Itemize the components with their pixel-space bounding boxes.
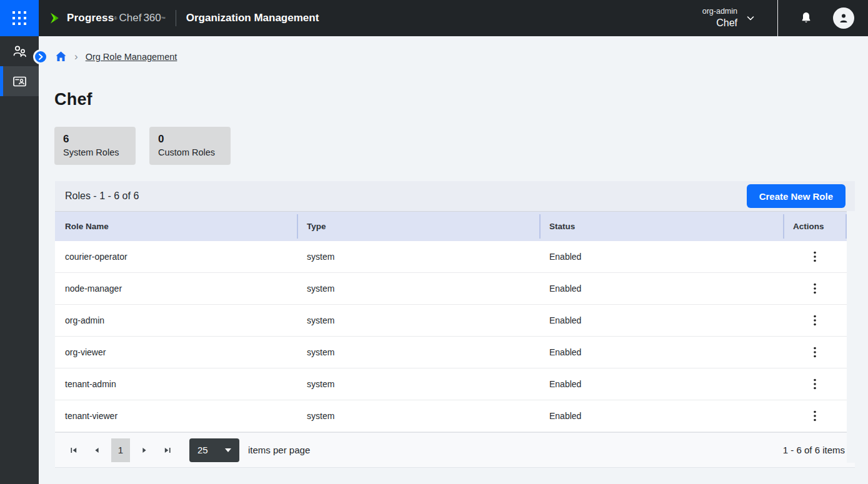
- caret-down-icon: [225, 448, 231, 452]
- roles-table: Role Name Type Status Actions courier-op…: [55, 211, 847, 432]
- kebab-menu-icon: [813, 347, 817, 358]
- table-row: org-viewersystemEnabled: [55, 337, 847, 368]
- cell-type: system: [297, 337, 539, 368]
- cell-type: system: [297, 368, 539, 400]
- kebab-menu-icon: [813, 410, 817, 422]
- sidebar-item-org-roles[interactable]: [0, 66, 39, 96]
- progress-logo-icon: [47, 11, 62, 26]
- user-avatar-button[interactable]: [833, 7, 854, 29]
- cell-type: system: [297, 241, 539, 272]
- last-page-icon: [164, 447, 171, 454]
- row-actions-button[interactable]: [808, 312, 822, 328]
- row-actions-button[interactable]: [808, 344, 822, 360]
- cell-actions: [783, 305, 847, 336]
- top-header-bar: Progress®Chef360™ Organization Managemen…: [0, 0, 868, 36]
- table-row: org-adminsystemEnabled: [55, 305, 847, 337]
- cell-status: Enabled: [539, 273, 783, 304]
- brand-title-divider: [176, 10, 176, 26]
- breadcrumb-home-button[interactable]: [55, 51, 67, 62]
- kebab-menu-icon: [813, 251, 817, 262]
- cell-role-name: node-manager: [55, 273, 297, 304]
- table-row: courier-operatorsystemEnabled: [55, 241, 847, 273]
- previous-page-button[interactable]: [88, 439, 106, 462]
- kebab-menu-icon: [813, 315, 817, 326]
- avatar-person-icon: [837, 12, 850, 24]
- home-icon: [55, 51, 67, 62]
- header-right-controls: org-admin Chef: [702, 0, 868, 36]
- column-header-actions: Actions: [783, 212, 847, 241]
- left-sidebar: [0, 36, 39, 484]
- brand-reg-mark: ®: [114, 16, 117, 21]
- row-actions-button[interactable]: [808, 280, 822, 297]
- cell-actions: [783, 337, 847, 368]
- custom-roles-card: 0 Custom Roles: [149, 127, 231, 165]
- system-roles-card: 6 System Roles: [54, 127, 136, 165]
- notifications-button[interactable]: [799, 11, 814, 26]
- cell-status: Enabled: [539, 241, 783, 272]
- users-icon: [11, 43, 28, 60]
- cell-role-name: tenant-viewer: [55, 400, 297, 432]
- cell-status: Enabled: [539, 400, 783, 432]
- cell-actions: [783, 273, 847, 304]
- breadcrumb-separator: ›: [74, 51, 78, 62]
- sidebar-item-users[interactable]: [0, 36, 39, 66]
- row-actions-button[interactable]: [808, 376, 822, 392]
- brand-tm-mark: ™: [161, 16, 166, 21]
- cell-role-name: org-viewer: [55, 337, 297, 368]
- brand-360-text: 360: [143, 12, 161, 24]
- next-page-button[interactable]: [136, 439, 153, 462]
- roles-panel-title: Roles - 1 - 6 of 6: [65, 190, 139, 202]
- user-org-menu[interactable]: org-admin Chef: [702, 7, 756, 29]
- items-per-page-label: items per page: [248, 445, 310, 455]
- first-page-icon: [70, 447, 77, 454]
- chevron-down-icon: [746, 13, 756, 23]
- cell-role-name: tenant-admin: [55, 368, 297, 400]
- table-header-row: Role Name Type Status Actions: [55, 211, 847, 241]
- pagination-range-label: 1 - 6 of 6 items: [783, 445, 845, 455]
- table-body: courier-operatorsystemEnablednode-manage…: [55, 241, 847, 432]
- column-header-status: Status: [539, 212, 783, 241]
- cell-actions: [783, 368, 847, 400]
- cell-role-name: org-admin: [55, 305, 297, 336]
- chevron-right-icon: [37, 53, 44, 61]
- bell-icon: [799, 11, 814, 26]
- role-card-icon: [11, 73, 28, 90]
- breadcrumb-link-org-role-management[interactable]: Org Role Management: [86, 52, 177, 62]
- organization-management-page: Progress®Chef360™ Organization Managemen…: [0, 0, 868, 484]
- app-title: Organization Management: [186, 12, 319, 24]
- cell-actions: [783, 241, 847, 272]
- column-header-role-name: Role Name: [55, 212, 297, 241]
- user-org-label: Chef: [716, 17, 737, 29]
- create-new-role-button[interactable]: Create New Role: [747, 184, 846, 208]
- app-launcher-button[interactable]: [0, 0, 39, 36]
- items-per-page-select[interactable]: 25: [189, 438, 239, 462]
- cell-type: system: [297, 273, 539, 304]
- cell-type: system: [297, 400, 539, 432]
- custom-roles-count: 0: [158, 132, 222, 146]
- previous-page-icon: [93, 447, 101, 454]
- user-role-label: org-admin: [702, 7, 737, 17]
- sidebar-expand-button[interactable]: [33, 49, 48, 64]
- page-title: Chef: [54, 90, 92, 109]
- table-row: node-managersystemEnabled: [55, 273, 847, 305]
- column-header-type: Type: [297, 212, 539, 241]
- row-actions-button[interactable]: [808, 408, 822, 424]
- cell-actions: [783, 400, 847, 432]
- cell-role-name: courier-operator: [55, 241, 297, 272]
- last-page-button[interactable]: [159, 439, 176, 462]
- table-scrollbar-gutter[interactable]: [847, 242, 855, 463]
- row-actions-button[interactable]: [808, 249, 822, 265]
- current-page-button[interactable]: 1: [111, 438, 130, 462]
- brand-logo: Progress®Chef360™: [47, 0, 166, 36]
- first-page-button[interactable]: [65, 439, 82, 462]
- roles-panel: Roles - 1 - 6 of 6 Create New Role Role …: [55, 181, 855, 468]
- next-page-icon: [141, 447, 148, 454]
- items-per-page-value: 25: [197, 445, 208, 455]
- cell-status: Enabled: [539, 305, 783, 336]
- app-launcher-grid-icon: [12, 11, 26, 25]
- kebab-menu-icon: [813, 378, 817, 390]
- brand-chef-text: Chef: [119, 12, 141, 24]
- custom-roles-label: Custom Roles: [158, 146, 222, 159]
- brand-progress-text: Progress: [67, 12, 114, 24]
- cell-status: Enabled: [539, 337, 783, 368]
